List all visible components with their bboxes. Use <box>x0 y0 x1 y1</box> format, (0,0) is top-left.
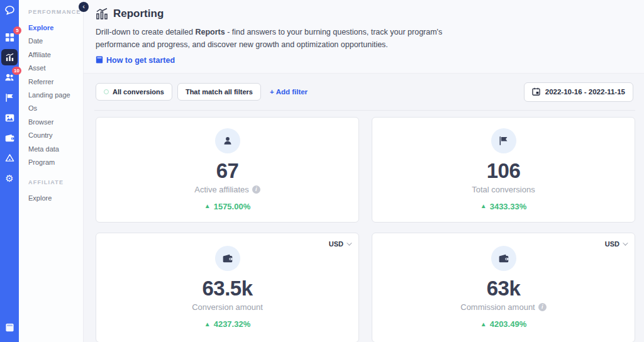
stat-value: 63k <box>487 277 521 301</box>
status-ring-icon <box>104 89 109 94</box>
stat-label: Total conversions <box>472 185 535 194</box>
description-bold: Reports <box>195 28 225 36</box>
sidebar-item-landing-page[interactable]: Landing page <box>28 89 78 102</box>
stat-change: ▲ 4237.32% <box>204 319 250 329</box>
sidebar-item-date[interactable]: Date <box>28 35 78 48</box>
chevron-down-icon <box>347 240 352 245</box>
page-title: Reporting <box>113 8 164 20</box>
page-description: Drill-down to create detailed Reports - … <box>96 26 445 52</box>
how-to-get-started-link[interactable]: How to get started <box>96 56 175 65</box>
icon-rail: 5 10 ⚙ <box>0 0 19 342</box>
currency-selector[interactable]: USD <box>605 240 626 248</box>
grid-icon[interactable]: 5 <box>1 29 18 45</box>
date-range-picker[interactable]: 2022-10-16 - 2022-11-15 <box>524 82 633 102</box>
app-logo-icon[interactable] <box>4 4 16 19</box>
image-icon[interactable] <box>1 109 18 126</box>
stat-value: 67 <box>216 159 239 183</box>
wallet-card-icon <box>215 246 240 271</box>
wallet-card-icon <box>491 246 516 271</box>
flag-card-icon <box>491 128 516 153</box>
add-filter-link[interactable]: + Add filter <box>270 88 308 96</box>
stat-value: 106 <box>487 159 521 183</box>
sidebar-item-explore[interactable]: Explore <box>28 21 78 35</box>
info-icon[interactable]: i <box>538 303 547 311</box>
info-icon[interactable]: i <box>252 185 260 194</box>
users-icon[interactable]: 10 <box>1 69 18 86</box>
sidebar-collapse-button[interactable]: ‹ <box>79 2 89 12</box>
stat-change: ▲ 4203.49% <box>480 319 526 329</box>
stat-change: ▲ 1575.00% <box>204 202 250 211</box>
sidebar-item-affiliate[interactable]: Affiliate <box>28 48 78 62</box>
book-blue-icon <box>96 56 103 65</box>
main-content: ‹ Reporting Drill-down to create detaile… <box>84 0 644 342</box>
stat-change: ▲ 3433.33% <box>480 202 526 211</box>
sidebar-section-performance: PERFORMANCE <box>28 9 78 15</box>
card-active-affiliates: 67 Active affiliates i ▲ 1575.00% <box>96 117 359 223</box>
match-all-filters-button[interactable]: That match all filters <box>177 83 261 101</box>
card-conversion-amount: USD 63.5k Conversion amount ▲ 4237.32% <box>96 233 359 342</box>
currency-selector[interactable]: USD <box>329 240 350 248</box>
sidebar-item-affiliate-explore[interactable]: Explore <box>28 192 78 205</box>
stat-cards: 67 Active affiliates i ▲ 1575.00% 106 To… <box>84 111 644 342</box>
stat-label: Conversion amount <box>192 302 263 312</box>
flag-icon[interactable] <box>1 89 18 106</box>
users-badge: 10 <box>12 67 21 75</box>
sidebar-item-country[interactable]: Country <box>28 129 78 142</box>
sidebar-section-affiliate: AFFILIATE <box>28 179 78 185</box>
sidebar-item-os[interactable]: Os <box>28 102 78 115</box>
all-conversions-button[interactable]: All conversions <box>96 83 172 101</box>
gear-icon[interactable]: ⚙ <box>1 170 18 186</box>
stat-label: Active affiliates i <box>194 185 260 194</box>
sidebar-item-meta-data[interactable]: Meta data <box>28 143 78 156</box>
reporting-icon <box>96 8 108 20</box>
page-header: Reporting Drill-down to create detailed … <box>84 0 644 74</box>
up-arrow-icon: ▲ <box>204 203 211 209</box>
up-arrow-icon: ▲ <box>204 321 211 328</box>
plus-icon: + <box>270 88 274 96</box>
person-icon <box>215 128 240 153</box>
sidebar-item-browser[interactable]: Browser <box>28 116 78 129</box>
triangle-icon[interactable] <box>1 150 18 166</box>
grid-badge: 5 <box>13 26 21 35</box>
chevron-left-icon: ‹ <box>82 3 85 10</box>
stat-label: Commission amount i <box>460 302 547 312</box>
wallet-icon[interactable] <box>1 130 18 146</box>
card-commission-amount: USD 63k Commission amount i ▲ 4203.49% <box>372 233 635 342</box>
sidebar-item-asset[interactable]: Asset <box>28 62 78 75</box>
sidebar-item-referrer[interactable]: Referrer <box>28 75 78 89</box>
up-arrow-icon: ▲ <box>480 203 487 209</box>
sidebar: PERFORMANCE Explore Date Affiliate Asset… <box>19 0 84 342</box>
sidebar-item-program[interactable]: Program <box>28 156 78 169</box>
calendar-icon <box>532 87 540 97</box>
card-total-conversions: 106 Total conversions ▲ 3433.33% <box>372 117 635 223</box>
chevron-down-icon <box>623 240 628 245</box>
bar-chart-icon[interactable] <box>1 49 18 65</box>
stat-value: 63.5k <box>202 277 252 301</box>
up-arrow-icon: ▲ <box>480 321 487 328</box>
filter-bar: All conversions That match all filters +… <box>84 74 644 110</box>
book-icon[interactable] <box>1 319 18 336</box>
